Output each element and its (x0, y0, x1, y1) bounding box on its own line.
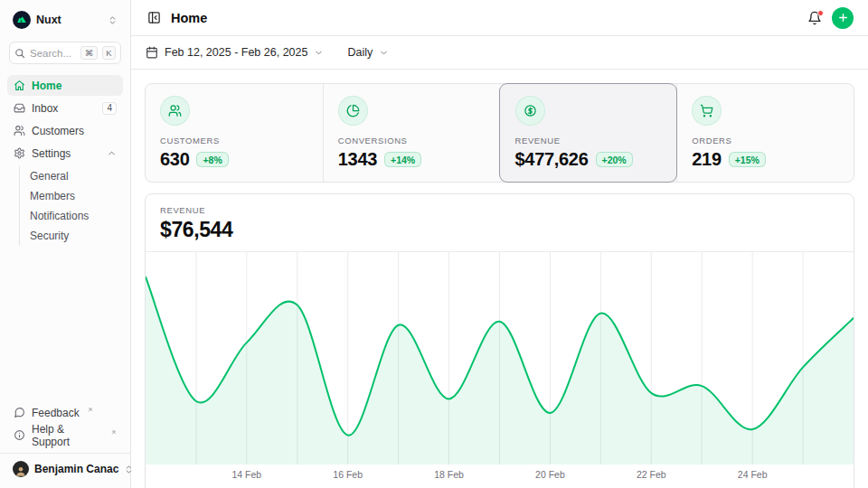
chart-metric-value: $76,544 (160, 218, 839, 242)
calendar-icon (146, 46, 158, 59)
workspace-switcher[interactable]: Nuxt (7, 7, 123, 33)
search-field[interactable] (30, 48, 76, 59)
sidebar-item-label: Inbox (32, 102, 58, 115)
plus-icon (837, 12, 849, 23)
chart-header: REVENUE $76,544 (146, 194, 854, 251)
help-support-label: Help & Support (32, 423, 103, 448)
x-axis-tick-label: 16 Feb (333, 469, 363, 480)
delta-badge: +14% (384, 152, 421, 167)
inbox-count-badge: 4 (102, 102, 117, 115)
stat-value: 630 (160, 149, 189, 170)
sidebar-footer: Feedback Help & Support (7, 402, 123, 446)
sidebar-item-label: Settings (32, 147, 71, 160)
home-icon (14, 80, 25, 91)
revenue-area-chart[interactable]: 14 Feb16 Feb18 Feb20 Feb22 Feb24 Feb (146, 251, 854, 465)
sidebar-item-home[interactable]: Home (7, 75, 123, 96)
chevron-up-icon (107, 148, 117, 158)
chart-x-axis: 14 Feb16 Feb18 Feb20 Feb22 Feb24 Feb (146, 465, 854, 488)
x-axis-tick-label: 22 Feb (637, 469, 666, 480)
collapse-sidebar-button[interactable] (146, 9, 163, 26)
sidebar-item-label: Home (32, 80, 61, 92)
stat-label: CUSTOMERS (160, 136, 308, 145)
main-area: Home Feb 12, 2025 - Feb 26, 2025 (131, 0, 868, 488)
nuxt-logo-icon (13, 11, 31, 29)
stat-label: CONVERSIONS (338, 136, 486, 145)
period-select[interactable]: Daily (347, 46, 389, 59)
stat-card-conversions[interactable]: CONVERSIONS 1343 +14% (323, 84, 500, 182)
sidebar-item-inbox[interactable]: Inbox 4 (7, 98, 123, 118)
stat-card-customers[interactable]: CUSTOMERS 630 +8% (146, 84, 323, 182)
date-range-value: Feb 12, 2025 - Feb 26, 2025 (165, 46, 307, 59)
user-menu[interactable]: Benjamin Canac (7, 454, 123, 481)
stat-value: 1343 (338, 149, 377, 170)
page-title: Home (171, 11, 207, 25)
inbox-icon (14, 102, 25, 114)
kbd-meta: ⌘ (80, 46, 98, 60)
feedback-label: Feedback (32, 407, 80, 419)
chevron-down-icon (379, 48, 389, 58)
stat-label: ORDERS (692, 136, 839, 145)
delta-badge: +15% (729, 152, 766, 167)
settings-submenu: General Members Notifications Security (19, 166, 123, 246)
period-value: Daily (347, 46, 373, 59)
stat-value: $477,626 (515, 149, 589, 170)
workspace-name: Nuxt (36, 14, 102, 26)
x-axis-tick-label: 24 Feb (738, 469, 768, 480)
feedback-link[interactable]: Feedback (7, 402, 123, 423)
app-window: Nuxt ⌘ K Home Inbo (0, 0, 868, 488)
sidebar-item-notifications[interactable]: Notifications (30, 206, 123, 226)
dollar-circle-icon (515, 96, 545, 126)
notifications-button[interactable] (806, 9, 824, 27)
filter-toolbar: Feb 12, 2025 - Feb 26, 2025 Daily (131, 36, 868, 70)
sidebar-item-general[interactable]: General (30, 166, 123, 186)
panel-left-close-icon (147, 11, 161, 24)
stat-card-revenue[interactable]: REVENUE $477,626 +20% (500, 84, 677, 182)
top-bar: Home (131, 0, 868, 36)
delta-badge: +8% (196, 152, 228, 167)
users-icon (160, 96, 190, 126)
sidebar-item-settings[interactable]: Settings (7, 143, 123, 164)
date-range-picker[interactable]: Feb 12, 2025 - Feb 26, 2025 (146, 46, 324, 59)
help-support-link[interactable]: Help & Support (7, 425, 123, 446)
pie-chart-icon (338, 96, 368, 126)
search-icon (14, 48, 25, 59)
notification-dot (817, 10, 824, 16)
stat-label: REVENUE (515, 136, 663, 145)
delta-badge: +20% (596, 152, 633, 167)
user-name: Benjamin Canac (34, 463, 118, 475)
stat-value: 219 (692, 149, 721, 170)
dashboard-content: CUSTOMERS 630 +8% CONVERSIONS 1343 +14% (131, 70, 868, 488)
external-link-icon (110, 429, 117, 436)
add-button[interactable] (832, 7, 854, 29)
x-axis-tick-label: 20 Feb (535, 469, 565, 480)
search-input[interactable]: ⌘ K (9, 42, 121, 64)
external-link-icon (87, 407, 93, 413)
sidebar-nav: Home Inbox 4 Customers Settings (7, 75, 123, 246)
info-circle-icon (14, 429, 25, 441)
x-axis-tick-label: 18 Feb (434, 469, 464, 480)
chart-canvas (146, 251, 854, 465)
gear-icon (14, 147, 25, 159)
stat-card-orders[interactable]: ORDERS 219 +15% (676, 84, 854, 182)
users-icon (14, 125, 25, 136)
sidebar-item-security[interactable]: Security (30, 226, 123, 246)
chart-metric-label: REVENUE (160, 205, 839, 215)
kbd-k: K (102, 46, 116, 60)
avatar (13, 461, 29, 477)
sidebar-item-label: Customers (32, 125, 84, 137)
stats-row: CUSTOMERS 630 +8% CONVERSIONS 1343 +14% (145, 83, 854, 183)
sidebar-item-customers[interactable]: Customers (7, 120, 123, 141)
chevron-down-icon (314, 48, 324, 58)
shopping-cart-icon (692, 96, 722, 126)
sidebar-item-members[interactable]: Members (30, 186, 123, 206)
sidebar: Nuxt ⌘ K Home Inbo (0, 0, 131, 488)
message-bubble-icon (14, 407, 25, 418)
revenue-chart-card: REVENUE $76,544 14 Feb16 Feb18 Feb20 Feb… (145, 193, 854, 488)
chevrons-up-down-icon (108, 15, 118, 25)
x-axis-tick-label: 14 Feb (231, 469, 261, 480)
